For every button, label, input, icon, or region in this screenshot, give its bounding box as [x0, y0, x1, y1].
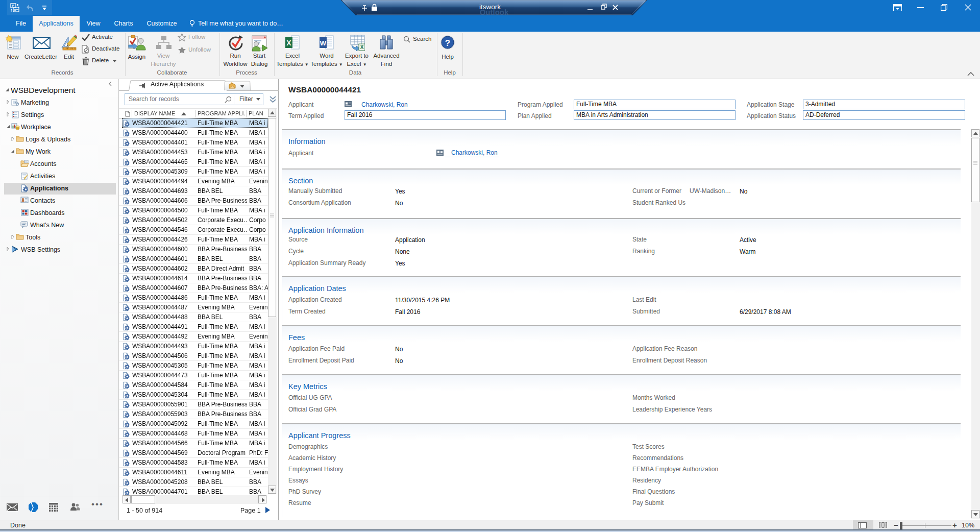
- svg-text:itswork: itswork: [479, 3, 501, 11]
- svg-text:X: X: [286, 39, 291, 47]
- svg-text:W: W: [320, 39, 327, 47]
- svg-text:?: ?: [445, 38, 450, 48]
